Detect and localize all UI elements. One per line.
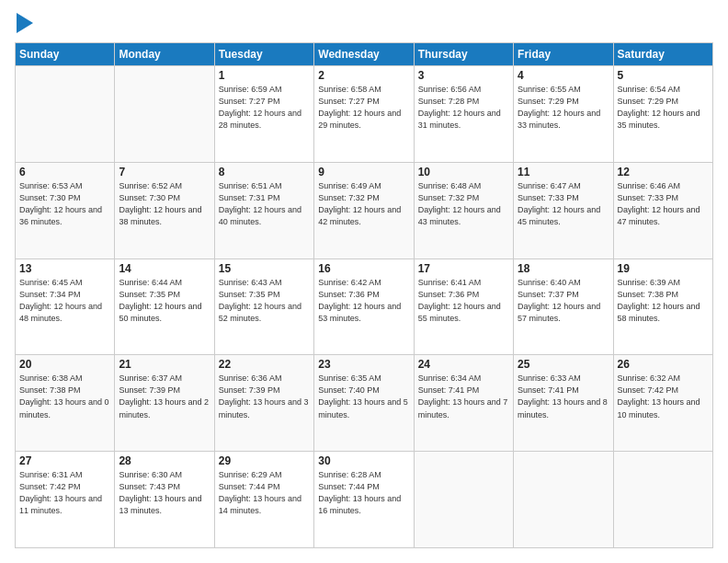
day-info: Sunrise: 6:47 AMSunset: 7:33 PMDaylight:…	[518, 180, 609, 228]
day-info: Sunrise: 6:38 AMSunset: 7:38 PMDaylight:…	[19, 373, 110, 420]
logo	[15, 15, 33, 33]
day-number: 17	[418, 262, 509, 275]
day-info: Sunrise: 6:43 AMSunset: 7:35 PMDaylight:…	[219, 277, 310, 325]
day-info: Sunrise: 6:54 AMSunset: 7:29 PMDaylight:…	[618, 84, 709, 132]
weekday-header-wednesday: Wednesday	[314, 43, 414, 66]
day-number: 29	[219, 454, 310, 467]
day-number: 23	[318, 358, 409, 371]
day-info: Sunrise: 6:56 AMSunset: 7:28 PMDaylight:…	[418, 84, 509, 132]
day-number: 9	[318, 166, 409, 178]
day-number: 6	[19, 166, 110, 178]
day-info: Sunrise: 6:40 AMSunset: 7:37 PMDaylight:…	[518, 277, 609, 325]
calendar-cell: 21Sunrise: 6:37 AMSunset: 7:39 PMDayligh…	[115, 355, 214, 452]
day-number: 26	[618, 358, 709, 371]
day-info: Sunrise: 6:58 AMSunset: 7:27 PMDaylight:…	[318, 84, 409, 132]
calendar-cell	[514, 452, 613, 548]
day-info: Sunrise: 6:48 AMSunset: 7:32 PMDaylight:…	[418, 180, 509, 228]
calendar-cell: 17Sunrise: 6:41 AMSunset: 7:36 PMDayligh…	[414, 259, 513, 355]
calendar-cell: 26Sunrise: 6:32 AMSunset: 7:42 PMDayligh…	[613, 355, 712, 452]
day-number: 2	[318, 69, 409, 82]
day-info: Sunrise: 6:59 AMSunset: 7:27 PMDaylight:…	[219, 84, 310, 132]
calendar-cell: 11Sunrise: 6:47 AMSunset: 7:33 PMDayligh…	[514, 162, 613, 259]
calendar-cell: 2Sunrise: 6:58 AMSunset: 7:27 PMDaylight…	[314, 66, 414, 163]
calendar-cell: 14Sunrise: 6:44 AMSunset: 7:35 PMDayligh…	[115, 259, 214, 355]
day-info: Sunrise: 6:39 AMSunset: 7:38 PMDaylight:…	[618, 277, 709, 325]
weekday-header-thursday: Thursday	[414, 43, 513, 66]
day-number: 24	[418, 358, 509, 371]
day-number: 28	[119, 454, 210, 467]
day-number: 21	[119, 358, 210, 371]
day-info: Sunrise: 6:34 AMSunset: 7:41 PMDaylight:…	[418, 373, 509, 420]
calendar-page: SundayMondayTuesdayWednesdayThursdayFrid…	[0, 0, 728, 563]
calendar-cell: 3Sunrise: 6:56 AMSunset: 7:28 PMDaylight…	[414, 66, 513, 163]
day-number: 27	[19, 454, 110, 467]
calendar-cell: 23Sunrise: 6:35 AMSunset: 7:40 PMDayligh…	[314, 355, 414, 452]
calendar-cell: 25Sunrise: 6:33 AMSunset: 7:41 PMDayligh…	[514, 355, 613, 452]
weekday-header-friday: Friday	[514, 43, 613, 66]
day-info: Sunrise: 6:36 AMSunset: 7:39 PMDaylight:…	[219, 373, 310, 420]
day-info: Sunrise: 6:31 AMSunset: 7:42 PMDaylight:…	[19, 469, 110, 517]
day-info: Sunrise: 6:33 AMSunset: 7:41 PMDaylight:…	[518, 373, 609, 420]
calendar-cell	[414, 452, 513, 548]
calendar-cell: 19Sunrise: 6:39 AMSunset: 7:38 PMDayligh…	[613, 259, 712, 355]
calendar-cell: 20Sunrise: 6:38 AMSunset: 7:38 PMDayligh…	[16, 355, 115, 452]
calendar-cell: 1Sunrise: 6:59 AMSunset: 7:27 PMDaylight…	[214, 66, 313, 163]
weekday-header-saturday: Saturday	[613, 43, 712, 66]
calendar-cell: 24Sunrise: 6:34 AMSunset: 7:41 PMDayligh…	[414, 355, 513, 452]
calendar-cell: 27Sunrise: 6:31 AMSunset: 7:42 PMDayligh…	[16, 452, 115, 548]
day-number: 11	[518, 166, 609, 178]
day-info: Sunrise: 6:44 AMSunset: 7:35 PMDaylight:…	[119, 277, 210, 325]
day-info: Sunrise: 6:37 AMSunset: 7:39 PMDaylight:…	[119, 373, 210, 420]
day-info: Sunrise: 6:45 AMSunset: 7:34 PMDaylight:…	[19, 277, 110, 325]
day-info: Sunrise: 6:28 AMSunset: 7:44 PMDaylight:…	[318, 469, 409, 517]
calendar-cell: 13Sunrise: 6:45 AMSunset: 7:34 PMDayligh…	[16, 259, 115, 355]
day-info: Sunrise: 6:41 AMSunset: 7:36 PMDaylight:…	[418, 277, 509, 325]
calendar-cell	[16, 66, 115, 163]
day-number: 22	[219, 358, 310, 371]
weekday-header-monday: Monday	[115, 43, 214, 66]
calendar-cell: 7Sunrise: 6:52 AMSunset: 7:30 PMDaylight…	[115, 162, 214, 259]
calendar-cell: 15Sunrise: 6:43 AMSunset: 7:35 PMDayligh…	[214, 259, 313, 355]
calendar-cell	[115, 66, 214, 163]
day-number: 18	[518, 262, 609, 275]
calendar-cell: 4Sunrise: 6:55 AMSunset: 7:29 PMDaylight…	[514, 66, 613, 163]
calendar-cell: 6Sunrise: 6:53 AMSunset: 7:30 PMDaylight…	[16, 162, 115, 259]
calendar-cell: 9Sunrise: 6:49 AMSunset: 7:32 PMDaylight…	[314, 162, 414, 259]
week-row-3: 13Sunrise: 6:45 AMSunset: 7:34 PMDayligh…	[16, 259, 713, 355]
weekday-header-tuesday: Tuesday	[214, 43, 313, 66]
calendar-cell: 8Sunrise: 6:51 AMSunset: 7:31 PMDaylight…	[214, 162, 313, 259]
day-number: 4	[518, 69, 609, 82]
weekday-header-row: SundayMondayTuesdayWednesdayThursdayFrid…	[16, 43, 713, 66]
header	[15, 15, 713, 33]
calendar-cell: 28Sunrise: 6:30 AMSunset: 7:43 PMDayligh…	[115, 452, 214, 548]
calendar-cell: 10Sunrise: 6:48 AMSunset: 7:32 PMDayligh…	[414, 162, 513, 259]
day-info: Sunrise: 6:46 AMSunset: 7:33 PMDaylight:…	[618, 180, 709, 228]
day-number: 12	[618, 166, 709, 178]
calendar-table: SundayMondayTuesdayWednesdayThursdayFrid…	[15, 42, 713, 548]
day-number: 8	[219, 166, 310, 178]
calendar-cell: 30Sunrise: 6:28 AMSunset: 7:44 PMDayligh…	[314, 452, 414, 548]
day-number: 30	[318, 454, 409, 467]
day-number: 20	[19, 358, 110, 371]
day-info: Sunrise: 6:53 AMSunset: 7:30 PMDaylight:…	[19, 180, 110, 228]
calendar-cell: 5Sunrise: 6:54 AMSunset: 7:29 PMDaylight…	[613, 66, 712, 163]
day-number: 5	[618, 69, 709, 82]
day-info: Sunrise: 6:51 AMSunset: 7:31 PMDaylight:…	[219, 180, 310, 228]
day-number: 13	[19, 262, 110, 275]
day-info: Sunrise: 6:30 AMSunset: 7:43 PMDaylight:…	[119, 469, 210, 517]
day-number: 15	[219, 262, 310, 275]
day-info: Sunrise: 6:42 AMSunset: 7:36 PMDaylight:…	[318, 277, 409, 325]
day-number: 1	[219, 69, 310, 82]
week-row-5: 27Sunrise: 6:31 AMSunset: 7:42 PMDayligh…	[16, 452, 713, 548]
calendar-cell: 22Sunrise: 6:36 AMSunset: 7:39 PMDayligh…	[214, 355, 313, 452]
day-info: Sunrise: 6:49 AMSunset: 7:32 PMDaylight:…	[318, 180, 409, 228]
day-number: 10	[418, 166, 509, 178]
calendar-cell: 12Sunrise: 6:46 AMSunset: 7:33 PMDayligh…	[613, 162, 712, 259]
calendar-cell: 29Sunrise: 6:29 AMSunset: 7:44 PMDayligh…	[214, 452, 313, 548]
day-number: 3	[418, 69, 509, 82]
calendar-cell: 16Sunrise: 6:42 AMSunset: 7:36 PMDayligh…	[314, 259, 414, 355]
week-row-1: 1Sunrise: 6:59 AMSunset: 7:27 PMDaylight…	[16, 66, 713, 163]
day-info: Sunrise: 6:55 AMSunset: 7:29 PMDaylight:…	[518, 84, 609, 132]
week-row-4: 20Sunrise: 6:38 AMSunset: 7:38 PMDayligh…	[16, 355, 713, 452]
day-info: Sunrise: 6:29 AMSunset: 7:44 PMDaylight:…	[219, 469, 310, 517]
